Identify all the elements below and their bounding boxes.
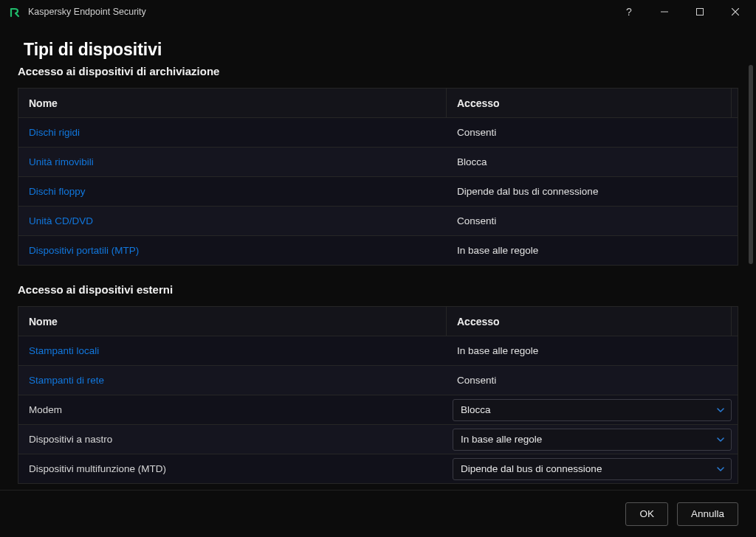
storage-rows: Dischi rigidiConsentiUnità rimovibiliBlo… — [18, 118, 738, 266]
scrollbar-thumb[interactable] — [749, 65, 753, 264]
svg-rect-0 — [697, 9, 704, 15]
device-name-text: Dispositivi multifunzione (MTD) — [29, 463, 166, 474]
table-row[interactable]: Dispositivi portatili (MTP)In base alle … — [18, 236, 738, 266]
device-name-cell: Dischi floppy — [18, 177, 447, 206]
device-link[interactable]: Stampanti di rete — [29, 375, 104, 386]
device-access-cell: Dipende dal bus di connessione — [447, 177, 738, 206]
col-header-access[interactable]: Accesso — [447, 89, 732, 117]
device-name-cell: Dispositivi portatili (MTP) — [18, 236, 447, 265]
access-select[interactable]: Dipende dal bus di connessione — [453, 458, 732, 480]
col-header-spacer — [732, 307, 738, 336]
device-name-cell: Unità rimovibili — [18, 148, 447, 176]
cancel-button[interactable]: Annulla — [677, 502, 738, 526]
storage-devices-table: Nome Accesso Dischi rigidiConsentiUnità … — [18, 88, 738, 266]
device-link[interactable]: Dischi floppy — [29, 186, 86, 197]
device-access-cell: Consenti — [447, 207, 738, 235]
table-header: Nome Accesso — [18, 307, 738, 336]
device-name-text: Dispositivi a nastro — [29, 434, 112, 445]
device-name-cell: Unità CD/DVD — [18, 207, 447, 235]
chevron-down-icon — [716, 406, 725, 415]
access-select[interactable]: Blocca — [453, 399, 732, 421]
device-access-cell: Blocca — [447, 395, 738, 424]
table-row[interactable]: Dischi floppyDipende dal bus di connessi… — [18, 177, 738, 207]
close-button[interactable] — [718, 0, 753, 24]
device-name-cell: Dispositivi multifunzione (MTD) — [18, 454, 447, 483]
table-row[interactable]: Stampanti di reteConsenti — [18, 366, 738, 395]
table-header: Nome Accesso — [18, 89, 738, 118]
col-header-name[interactable]: Nome — [18, 307, 447, 336]
device-access-cell: Consenti — [447, 118, 738, 147]
maximize-button[interactable] — [682, 0, 718, 24]
title-bar: Kaspersky Endpoint Security ? — [0, 0, 756, 24]
ok-button[interactable]: OK — [625, 502, 668, 526]
device-link[interactable]: Unità CD/DVD — [29, 215, 93, 226]
col-header-access[interactable]: Accesso — [447, 307, 732, 336]
device-name-cell: Stampanti di rete — [18, 366, 447, 395]
access-select-value: In base alle regole — [461, 434, 542, 445]
scroll-area: Accesso ai dispositivi di archiviazione … — [0, 65, 756, 490]
col-header-spacer — [732, 89, 738, 117]
section-header-external: Accesso ai dispositivi esterni — [18, 283, 738, 296]
device-name-cell: Dischi rigidi — [18, 118, 447, 147]
device-access-cell: Blocca — [447, 148, 738, 176]
external-devices-table: Nome Accesso Stampanti localiIn base all… — [18, 306, 738, 484]
device-link[interactable]: Unità rimovibili — [29, 156, 94, 167]
minimize-button[interactable] — [647, 0, 682, 24]
table-row[interactable]: Unità CD/DVDConsenti — [18, 207, 738, 236]
device-name-text: Modem — [29, 404, 62, 415]
table-row[interactable]: Dispositivi a nastroIn base alle regole — [18, 425, 738, 454]
device-access-cell: In base alle regole — [447, 236, 738, 265]
table-row[interactable]: Stampanti localiIn base alle regole — [18, 336, 738, 366]
footer-bar: OK Annulla — [0, 490, 756, 537]
help-button[interactable]: ? — [611, 0, 647, 24]
device-link[interactable]: Stampanti locali — [29, 345, 99, 356]
device-name-cell: Dispositivi a nastro — [18, 425, 447, 454]
access-select[interactable]: In base alle regole — [453, 429, 732, 451]
device-name-cell: Stampanti locali — [18, 336, 447, 365]
app-title: Kaspersky Endpoint Security — [28, 7, 146, 17]
external-rows: Stampanti localiIn base alle regoleStamp… — [18, 336, 738, 484]
device-access-cell: In base alle regole — [447, 336, 738, 365]
access-select-value: Dipende dal bus di connessione — [461, 463, 602, 474]
device-access-cell: In base alle regole — [447, 425, 738, 454]
col-header-name[interactable]: Nome — [18, 89, 447, 117]
app-logo-icon — [9, 6, 21, 18]
table-row[interactable]: Dispositivi multifunzione (MTD)Dipende d… — [18, 454, 738, 484]
chevron-down-icon — [716, 465, 725, 474]
table-row[interactable]: Dischi rigidiConsenti — [18, 118, 738, 148]
device-link[interactable]: Dispositivi portatili (MTP) — [29, 245, 139, 256]
table-row[interactable]: Unità rimovibiliBlocca — [18, 148, 738, 177]
device-access-cell: Dipende dal bus di connessione — [447, 454, 738, 483]
device-link[interactable]: Dischi rigidi — [29, 127, 80, 138]
table-row[interactable]: ModemBlocca — [18, 395, 738, 425]
chevron-down-icon — [716, 435, 725, 444]
device-name-cell: Modem — [18, 395, 447, 424]
access-select-value: Blocca — [461, 404, 491, 415]
device-access-cell: Consenti — [447, 366, 738, 395]
section-header-storage: Accesso ai dispositivi di archiviazione — [18, 65, 738, 77]
